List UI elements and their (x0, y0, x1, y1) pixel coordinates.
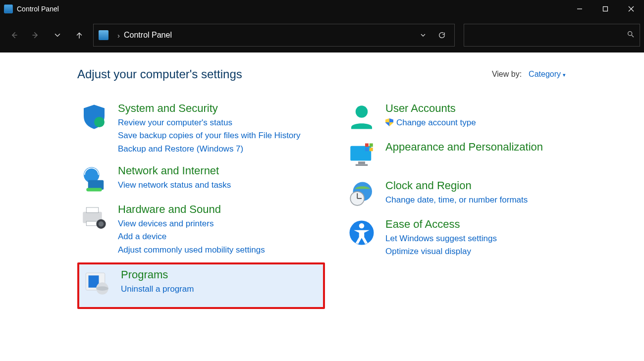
globe-icon (79, 164, 109, 194)
category-title[interactable]: System and Security (118, 102, 301, 115)
view-by: View by: Category▾ (492, 70, 566, 79)
category-system-security: System and Security Review your computer… (77, 99, 325, 161)
category-link[interactable]: Add a device (118, 230, 265, 243)
up-button[interactable] (69, 25, 89, 45)
category-title[interactable]: Network and Internet (118, 164, 231, 177)
category-title[interactable]: Programs (121, 268, 194, 281)
category-link[interactable]: Uninstall a program (121, 283, 194, 296)
category-programs[interactable]: Programs Uninstall a program (77, 262, 325, 309)
category-title[interactable]: User Accounts (385, 102, 476, 115)
category-link[interactable]: Let Windows suggest settings (385, 232, 497, 245)
svg-rect-1 (603, 7, 608, 11)
maximize-button[interactable] (592, 0, 618, 18)
categories-right: User Accounts Change account type Appear… (345, 99, 602, 309)
breadcrumb[interactable]: Control Panel (124, 31, 172, 40)
toolbar: › Control Panel (0, 18, 644, 52)
category-hardware: Hardware and Sound View devices and prin… (77, 200, 325, 262)
category-link[interactable]: View devices and printers (118, 217, 265, 230)
category-title[interactable]: Clock and Region (385, 179, 528, 192)
svg-rect-28 (365, 148, 369, 151)
svg-line-8 (632, 35, 634, 37)
app-icon (4, 4, 13, 13)
search-icon (627, 30, 635, 40)
svg-rect-14 (86, 207, 99, 213)
back-button[interactable] (4, 25, 24, 45)
svg-rect-24 (358, 161, 365, 164)
category-title[interactable]: Hardware and Sound (118, 203, 265, 216)
category-link[interactable]: View network status and tasks (118, 179, 231, 192)
svg-point-17 (99, 221, 104, 227)
control-panel-icon (99, 30, 108, 40)
breadcrumb-separator-icon: › (117, 31, 120, 40)
svg-rect-25 (356, 164, 368, 166)
category-link[interactable]: Change date, time, or number formats (385, 194, 528, 206)
svg-rect-29 (370, 148, 373, 151)
category-link[interactable]: Review your computer's status (118, 116, 301, 129)
accessibility-icon (347, 218, 376, 248)
category-title[interactable]: Appearance and Personalization (385, 141, 543, 154)
category-title[interactable]: Ease of Access (385, 218, 497, 231)
svg-point-7 (628, 32, 632, 36)
minimize-button[interactable] (567, 0, 592, 18)
categories-left: System and Security Review your computer… (77, 99, 325, 309)
svg-rect-12 (86, 188, 102, 192)
svg-rect-26 (365, 144, 369, 147)
titlebar: Control Panel (0, 0, 644, 18)
svg-point-21 (96, 286, 108, 291)
clock-globe-icon (347, 179, 376, 209)
category-link[interactable]: Backup and Restore (Windows 7) (118, 143, 301, 155)
category-link[interactable]: Adjust commonly used mobility settings (118, 244, 265, 257)
svg-point-35 (359, 223, 365, 229)
address-dropdown-button[interactable] (414, 26, 432, 45)
content-area: Adjust your computer's settings View by:… (0, 52, 644, 309)
category-link[interactable]: Optimize visual display (385, 245, 497, 258)
forward-button[interactable] (26, 25, 46, 45)
window-title: Control Panel (17, 5, 59, 13)
category-appearance: Appearance and Personalization (345, 138, 602, 176)
page-title: Adjust your computer's settings (77, 67, 242, 81)
search-box[interactable] (464, 24, 640, 47)
category-user-accounts: User Accounts Change account type (345, 99, 602, 138)
monitor-icon (347, 141, 376, 170)
category-network: Network and Internet View network status… (77, 161, 325, 200)
svg-point-22 (356, 105, 368, 118)
search-input[interactable] (469, 31, 627, 40)
user-icon (347, 102, 376, 132)
svg-rect-27 (370, 144, 373, 147)
close-button[interactable] (618, 0, 644, 18)
view-by-label: View by: (492, 70, 522, 79)
shield-icon (79, 102, 109, 132)
category-link[interactable]: Save backup copies of your files with Fi… (118, 129, 301, 142)
category-link[interactable]: Change account type (385, 116, 476, 129)
refresh-button[interactable] (432, 26, 451, 45)
category-clock: Clock and Region Change date, time, or n… (345, 176, 602, 215)
printer-icon (79, 203, 109, 233)
programs-icon (82, 268, 112, 298)
address-bar[interactable]: › Control Panel (93, 24, 455, 47)
view-by-dropdown[interactable]: Category▾ (529, 70, 566, 79)
svg-point-9 (94, 117, 105, 127)
chevron-down-icon: ▾ (563, 72, 566, 78)
category-ease-of-access: Ease of Access Let Windows suggest setti… (345, 215, 602, 264)
recent-button[interactable] (48, 25, 67, 45)
